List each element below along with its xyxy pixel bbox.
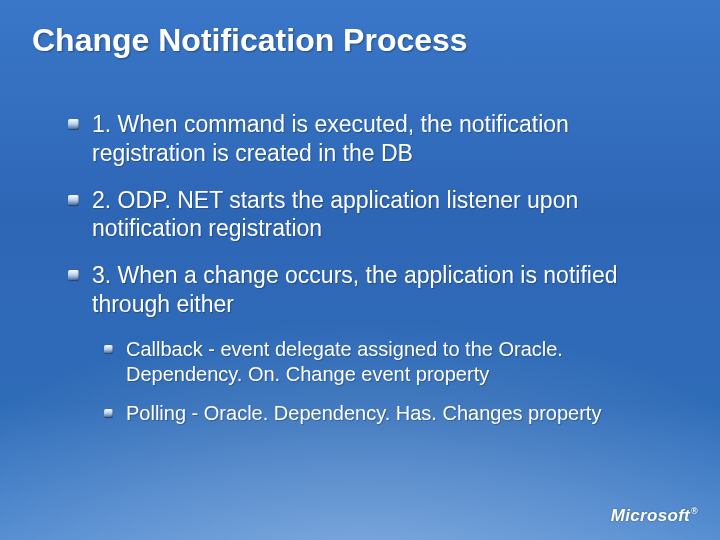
microsoft-logo: Microsoft®: [611, 506, 698, 526]
slide-title: Change Notification Process: [32, 22, 688, 59]
bullet-item-3: 3. When a change occurs, the application…: [64, 261, 670, 319]
bullet-text: 3. When a change occurs, the application…: [92, 262, 618, 317]
bullet-text: Polling - Oracle. Dependency. Has. Chang…: [126, 402, 601, 424]
bullet-text: 1. When command is executed, the notific…: [92, 111, 569, 166]
bullet-text: Callback - event delegate assigned to th…: [126, 338, 563, 385]
sub-bullet-item-1: Callback - event delegate assigned to th…: [102, 337, 670, 387]
sub-bullet-item-2: Polling - Oracle. Dependency. Has. Chang…: [102, 401, 670, 426]
slide-content: 1. When command is executed, the notific…: [64, 110, 670, 440]
bullet-item-1: 1. When command is executed, the notific…: [64, 110, 670, 168]
logo-text: Microsoft: [611, 506, 690, 525]
registered-mark: ®: [691, 506, 698, 516]
slide: Change Notification Process 1. When comm…: [0, 0, 720, 540]
bullet-text: 2. ODP. NET starts the application liste…: [92, 187, 578, 242]
sub-bullets: Callback - event delegate assigned to th…: [102, 337, 670, 426]
bullet-item-2: 2. ODP. NET starts the application liste…: [64, 186, 670, 244]
